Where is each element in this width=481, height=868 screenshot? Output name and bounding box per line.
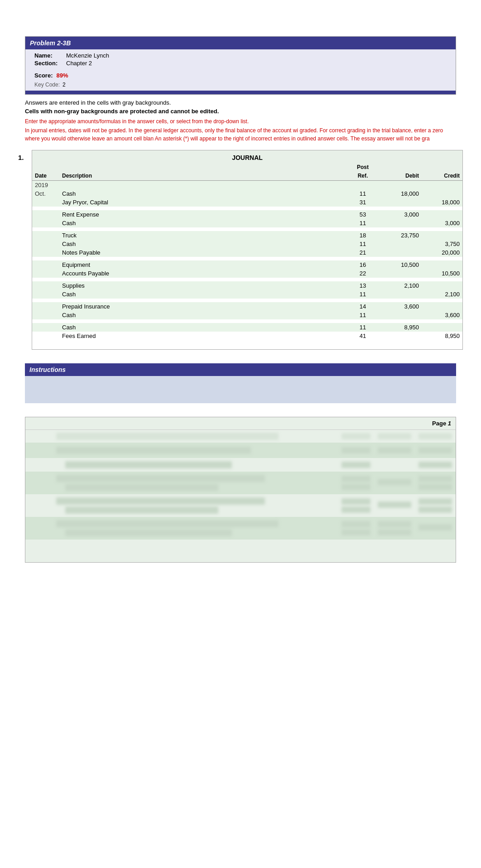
spacer-3 (32, 257, 462, 260)
debit-ap (381, 269, 422, 278)
credit-equipment (422, 260, 462, 269)
desc-cash-5: Cash (62, 291, 76, 298)
section-label: Section: (34, 60, 66, 67)
post-rent: 53 (345, 210, 381, 219)
name-row: Name: McKenzie Lynch (34, 52, 447, 59)
credit-ap: 10,500 (422, 269, 462, 278)
page-num: 1 (448, 420, 451, 427)
journal-title: JOURNAL (32, 150, 462, 163)
description-header: Description (59, 171, 345, 181)
journal-post-header-row: Post (32, 163, 462, 171)
entry-row-5a: Supplies 13 2,100 (32, 281, 462, 290)
header-block: Problem 2-3B Name: McKenzie Lynch Sectio… (25, 36, 456, 95)
spacer-5 (32, 299, 462, 302)
debit-notes (381, 248, 422, 257)
debit-header: Debit (381, 171, 422, 181)
desc-cash-2: Cash (62, 220, 76, 227)
debit-supplies: 2,100 (381, 281, 422, 290)
month-cell: Oct. (32, 189, 59, 198)
journal-table: JOURNAL Post Date Description Ref. Debit… (32, 150, 462, 349)
keycode-value: 2 (63, 82, 66, 88)
score-label: Score: (34, 72, 53, 79)
journal-table-container: JOURNAL Post Date Description Ref. Debit… (32, 150, 463, 350)
blurred-row-6 (25, 540, 456, 562)
post-ap: 22 (345, 269, 381, 278)
debit-equipment: 10,500 (381, 260, 422, 269)
debit-cash-3 (381, 240, 422, 248)
entry-row-3a: Truck 18 23,750 (32, 231, 462, 240)
keycode-label: Key Code: (34, 82, 60, 88)
entry-row-3c: Notes Payable 21 20,000 (32, 248, 462, 257)
instructions-banner-body (25, 376, 456, 403)
entry-row-4b: Accounts Payable 22 10,500 (32, 269, 462, 278)
header-blue-bar (25, 91, 456, 94)
debit-cash-7: 8,950 (381, 323, 422, 332)
entry-row-6a: Prepaid Insurance 14 3,600 (32, 302, 462, 311)
name-value: McKenzie Lynch (66, 52, 109, 59)
post-ref-header: Ref. (345, 171, 381, 181)
spacer-bottom (32, 340, 462, 349)
instructions-banner-title: Instructions (29, 366, 66, 373)
journal-column-headers: Date Description Ref. Debit Credit (32, 171, 462, 181)
instr-line-4: In journal entries, dates will not be gr… (25, 126, 456, 143)
score-row: Score: 89% (25, 69, 456, 81)
debit-rent: 3,000 (381, 210, 422, 219)
desc-cash-1: Cash (62, 190, 76, 197)
instructions-banner-bar: Instructions (25, 363, 456, 376)
desc-ap: Accounts Payable (62, 270, 109, 277)
desc-notes: Notes Payable (62, 249, 101, 256)
instr-line-2: Cells with non-gray backgrounds are prot… (25, 108, 456, 115)
blurred-row-header (25, 430, 456, 443)
header-title-bar: Problem 2-3B (25, 37, 456, 49)
post-truck: 18 (345, 231, 381, 240)
credit-jay: 18,000 (422, 198, 462, 207)
date-header: Date (32, 171, 59, 181)
blurred-row-1 (25, 443, 456, 458)
page-label: Page 1 (432, 420, 451, 427)
desc-truck: Truck (62, 232, 77, 239)
desc-cash-7: Cash (62, 324, 76, 331)
entry-row-7a: Cash 11 8,950 (32, 323, 462, 332)
debit-fees (381, 332, 422, 340)
credit-prepaid (422, 302, 462, 311)
page1-box: Page 1 (25, 417, 456, 563)
year-cell: 2019 (32, 181, 59, 190)
section-number: 1. (18, 150, 27, 161)
post-label: Post (345, 163, 381, 171)
credit-fees: 8,950 (422, 332, 462, 340)
instructions-banner: Instructions (25, 363, 456, 403)
post-notes: 21 (345, 248, 381, 257)
instructions-section: Answers are entered in the cells with gr… (25, 99, 456, 143)
credit-cash-1 (422, 189, 462, 198)
post-jay: 31 (345, 198, 381, 207)
desc-prepaid: Prepaid Insurance (62, 303, 110, 310)
post-equipment: 16 (345, 260, 381, 269)
post-cash-6: 11 (345, 311, 381, 319)
desc-equipment: Equipment (62, 261, 90, 268)
spacer-6 (32, 319, 462, 323)
page: Problem 2-3B Name: McKenzie Lynch Sectio… (0, 0, 481, 868)
name-label: Name: (34, 52, 66, 59)
entry-row-3b: Cash 11 3,750 (32, 240, 462, 248)
credit-rent (422, 210, 462, 219)
section-1: 1. JOURNAL Post Date Description Ref. D (18, 150, 463, 350)
desc-jay: Jay Pryor, Capital (62, 199, 108, 206)
desc-cash-6: Cash (62, 312, 76, 318)
instr-line-1: Answers are entered in the cells with gr… (25, 99, 456, 106)
post-cash-1: 11 (345, 189, 381, 198)
year-row: 2019 (32, 181, 462, 190)
entry-row-4a: Equipment 16 10,500 (32, 260, 462, 269)
entry-row-6b: Cash 11 3,600 (32, 311, 462, 319)
entry-row-1b: Jay Pryor, Capital 31 18,000 (32, 198, 462, 207)
debit-cash-2 (381, 219, 422, 227)
entry-row-2b: Cash 11 3,000 (32, 219, 462, 227)
header-info: Name: McKenzie Lynch Section: Chapter 2 (25, 49, 456, 69)
journal-title-row: JOURNAL (32, 150, 462, 163)
score-value: 89% (56, 72, 68, 79)
desc-cash-3: Cash (62, 241, 76, 247)
month-row: Oct. Cash 11 18,000 (32, 189, 462, 198)
post-cash-7: 11 (345, 323, 381, 332)
desc-supplies: Supplies (62, 282, 85, 289)
page1-section: Page 1 (25, 417, 456, 563)
blurred-row-5 (25, 517, 456, 540)
